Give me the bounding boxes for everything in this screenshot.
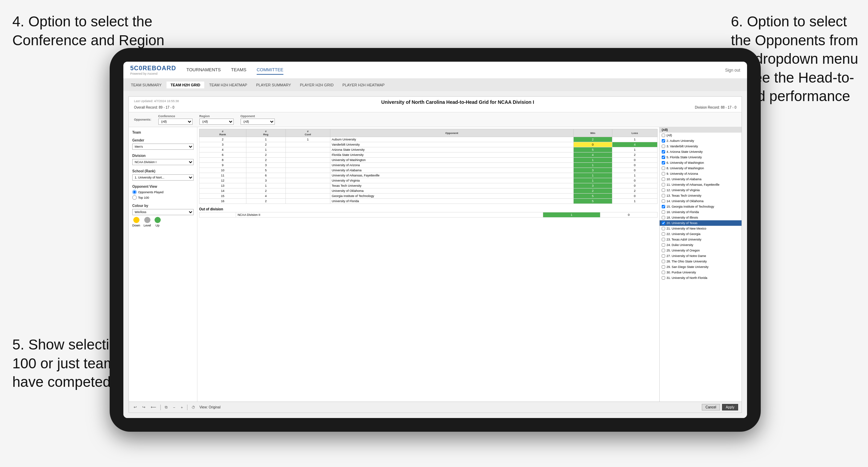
- dropdown-item[interactable]: 13. Texas Tech University: [660, 193, 742, 198]
- table-row: NCAA Division II 1 0: [199, 212, 658, 218]
- dropdown-item[interactable]: 12. University of Virginia: [660, 187, 742, 193]
- legend-up-dot: [155, 217, 161, 223]
- dropdown-item[interactable]: 28. The Ohio State University: [660, 259, 742, 264]
- table-row: 4 1 Arizona State University 5 1: [199, 147, 658, 152]
- out-of-division-title: Out of division: [199, 207, 658, 211]
- dropdown-item[interactable]: 22. University of Georgia: [660, 231, 742, 237]
- dropdown-item[interactable]: 23. Texas A&M University: [660, 237, 742, 242]
- dropdown-header: (All): [660, 127, 742, 133]
- left-panel: Team Gender Men's Division NCAA Division…: [129, 127, 197, 402]
- col-conf: #Conf: [285, 129, 330, 137]
- dropdown-item[interactable]: 24. Duke University: [660, 242, 742, 248]
- colour-by-select[interactable]: Win/loss: [132, 209, 194, 215]
- opponents-label: Opponents:: [134, 118, 151, 121]
- copy-button[interactable]: ⧉: [163, 404, 169, 410]
- h2h-table: #Rank #Reg #Conf Opponent Win Loss: [199, 129, 658, 204]
- division-select[interactable]: NCAA Division I: [132, 159, 194, 165]
- table-row: 14 2 University of Oklahoma 2 2: [199, 188, 658, 194]
- school-label: School (Rank): [132, 169, 194, 173]
- redo-button[interactable]: ↪: [141, 404, 147, 410]
- dropdown-item[interactable]: (All): [660, 133, 742, 138]
- action-buttons: Cancel Apply: [702, 404, 738, 410]
- radio-opponents-played[interactable]: Opponents Played: [132, 190, 194, 194]
- table-row: 13 1 Texas Tech University 3 0: [199, 183, 658, 188]
- data-table-area: #Rank #Reg #Conf Opponent Win Loss: [197, 127, 659, 402]
- nav-sign-out[interactable]: Sign out: [725, 68, 740, 73]
- conference-label: Conference: [158, 114, 193, 118]
- col-win: Win: [573, 129, 612, 137]
- dropdown-item[interactable]: 14. University of Oklahoma: [660, 198, 742, 204]
- dropdown-item[interactable]: 20. University of Texas: [660, 220, 742, 226]
- opponents-filter-group: Opponents:: [134, 118, 151, 121]
- legend: Down Level Up: [132, 217, 194, 227]
- dropdown-item[interactable]: 18. University of Illinois: [660, 215, 742, 220]
- dropdown-item[interactable]: 6. University of Washington: [660, 160, 742, 165]
- opponent-view-radios: Opponents Played Top 100: [132, 190, 194, 200]
- opponent-label: Opponent: [241, 114, 275, 118]
- cancel-button[interactable]: Cancel: [702, 404, 720, 410]
- region-filter-group: Region (All): [199, 114, 234, 125]
- subnav-team-h2h-heatmap[interactable]: TEAM H2H HEATMAP: [205, 82, 251, 88]
- opponent-view-section: Opponent View Opponents Played Top 100: [132, 185, 194, 200]
- content-wrapper: Team Gender Men's Division NCAA Division…: [129, 127, 742, 402]
- clock-button[interactable]: ⏱: [190, 405, 197, 410]
- colour-by-section: Colour by Win/loss Down: [132, 204, 194, 227]
- dropdown-item[interactable]: 9. University of Arizona: [660, 171, 742, 176]
- dropdown-item[interactable]: 5. Florida State University: [660, 155, 742, 160]
- conference-select[interactable]: (All): [158, 119, 193, 125]
- back-button[interactable]: ⟵: [149, 404, 158, 410]
- dropdown-item[interactable]: 27. University of Notre Dame: [660, 253, 742, 259]
- team-label: Team: [132, 131, 194, 134]
- dropdown-item[interactable]: 16. University of Florida: [660, 209, 742, 215]
- legend-down: Down: [132, 217, 140, 227]
- plus-button[interactable]: +: [179, 405, 184, 410]
- division-label: Division: [132, 154, 194, 158]
- gender-select[interactable]: Men's: [132, 144, 194, 150]
- dropdown-item[interactable]: 15. Georgia Institute of Technology: [660, 204, 742, 209]
- dropdown-item[interactable]: 25. University of Oregon: [660, 248, 742, 253]
- legend-level: Level: [144, 217, 151, 227]
- dropdown-items-list: (All)2. Auburn University3. Vanderbilt U…: [660, 133, 742, 281]
- dropdown-item[interactable]: 21. University of New Mexico: [660, 226, 742, 231]
- table-row: 8 2 University of Washington 1 0: [199, 158, 658, 163]
- dropdown-item[interactable]: 4. Arizona State University: [660, 149, 742, 155]
- subnav-player-summary[interactable]: PLAYER SUMMARY: [252, 82, 295, 88]
- nav-teams[interactable]: TEAMS: [231, 65, 246, 75]
- out-of-division-table: NCAA Division II 1 0: [199, 212, 658, 218]
- dropdown-item[interactable]: 11. University of Arkansas, Fayetteville: [660, 182, 742, 187]
- undo-button[interactable]: ↩: [132, 404, 138, 410]
- subnav-team-h2h-grid[interactable]: TEAM H2H GRID: [167, 82, 205, 88]
- subnav-team-summary[interactable]: TEAM SUMMARY: [127, 82, 166, 88]
- opponent-select[interactable]: (All): [241, 119, 275, 125]
- dropdown-item[interactable]: 3. Vanderbilt University: [660, 144, 742, 149]
- dropdown-item[interactable]: 2. Auburn University: [660, 138, 742, 144]
- dropdown-item[interactable]: 30. Purdue University: [660, 270, 742, 275]
- conference-filter-group: Conference (All): [158, 114, 193, 125]
- team-section: Team: [132, 131, 194, 134]
- school-select[interactable]: 1. University of Nort...: [132, 174, 194, 181]
- last-updated: Last Updated: 4/7/2024 16:55:38: [134, 99, 179, 103]
- table-row: 3 2 Vanderbilt University 0 4: [199, 142, 658, 147]
- dropdown-item[interactable]: 10. University of Alabama: [660, 176, 742, 182]
- radio-top-100[interactable]: Top 100: [132, 195, 194, 200]
- dropdown-item[interactable]: 31. University of North Florida: [660, 275, 742, 281]
- minus-button[interactable]: −: [172, 405, 176, 410]
- gender-label: Gender: [132, 138, 194, 142]
- report-header: Last Updated: 4/7/2024 16:55:38 Universi…: [129, 97, 742, 112]
- annotation-1: 4. Option to select the Conference and R…: [12, 12, 177, 50]
- apply-button[interactable]: Apply: [722, 404, 738, 410]
- dropdown-item[interactable]: 8. University of Washington: [660, 165, 742, 171]
- division-record: Division Record: 88 - 17 - 0: [695, 106, 736, 109]
- logo-area: 5C0REBOARD Powered by Ascend: [130, 65, 176, 75]
- nav-tournaments[interactable]: TOURNAMENTS: [186, 65, 221, 75]
- subnav-player-h2h-heatmap[interactable]: PLAYER H2H HEATMAP: [338, 82, 389, 88]
- dropdown-item[interactable]: 29. San Diego State University: [660, 264, 742, 270]
- region-select[interactable]: (All): [199, 119, 234, 125]
- filter-row: Opponents: Conference (All) Region (All): [129, 112, 742, 127]
- subnav-player-h2h-grid[interactable]: PLAYER H2H GRID: [296, 82, 338, 88]
- legend-up: Up: [155, 217, 161, 227]
- logo-text: 5C0REBOARD: [130, 65, 176, 72]
- bottom-toolbar: ↩ ↪ ⟵ ⧉ − + ⏱ View: Original Cancel Appl…: [129, 402, 742, 413]
- nav-committee[interactable]: COMMITTEE: [257, 65, 283, 75]
- table-row: 2 1 1 Auburn University 2 1: [199, 137, 658, 142]
